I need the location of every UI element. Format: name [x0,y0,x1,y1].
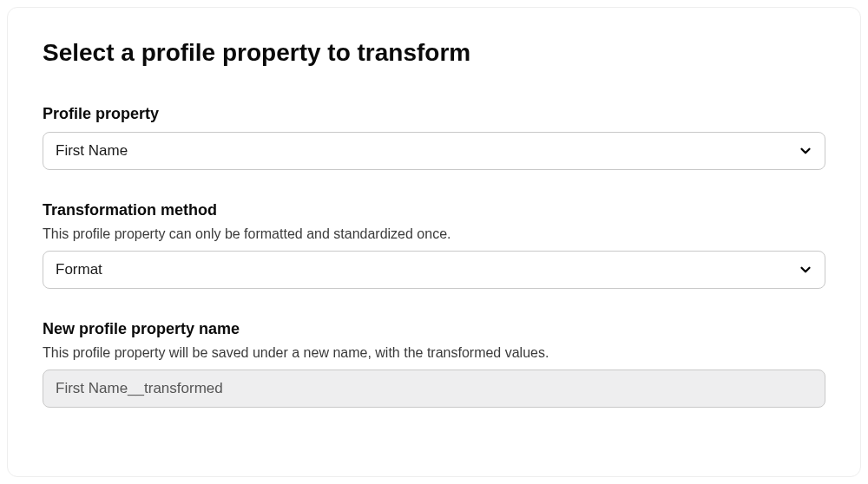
profile-property-value: First Name [43,132,825,170]
transformation-method-label: Transformation method [43,201,825,219]
profile-property-group: Profile property First Name [43,105,825,170]
new-property-name-label: New profile property name [43,320,825,338]
page-title: Select a profile property to transform [43,39,825,67]
profile-property-select[interactable]: First Name [43,132,825,170]
profile-property-label: Profile property [43,105,825,123]
transformation-method-select[interactable]: Format [43,251,825,289]
transformation-method-help: This profile property can only be format… [43,226,825,242]
new-property-name-input [43,370,825,408]
new-property-name-help: This profile property will be saved unde… [43,345,825,361]
transformation-method-group: Transformation method This profile prope… [43,201,825,289]
form-card: Select a profile property to transform P… [7,7,861,477]
new-property-name-group: New profile property name This profile p… [43,320,825,408]
transformation-method-value: Format [43,251,825,289]
